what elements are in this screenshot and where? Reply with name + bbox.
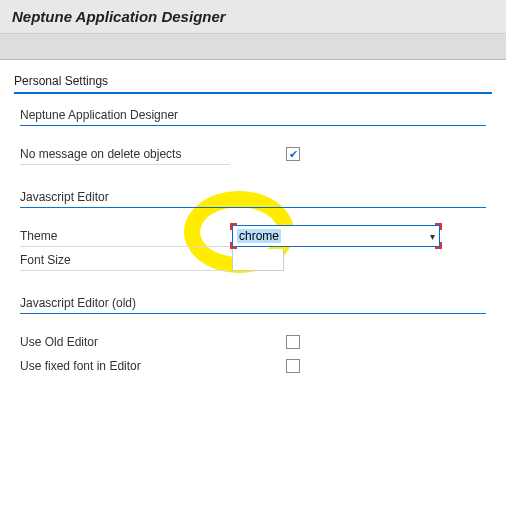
group-js-editor-old-label: Javascript Editor (old) (20, 296, 486, 314)
group-js-editor-old: Javascript Editor (old) Use Old Editor U… (20, 296, 486, 378)
font-size-control (230, 249, 486, 271)
use-fixed-control (230, 359, 486, 373)
group-designer-label: Neptune Application Designer (20, 108, 486, 126)
use-old-label: Use Old Editor (20, 332, 230, 352)
section-title: Personal Settings (14, 70, 492, 94)
row-no-message: No message on delete objects (20, 142, 486, 166)
font-size-input[interactable] (232, 249, 284, 271)
header-bar: Neptune Application Designer (0, 0, 506, 34)
use-fixed-label: Use fixed font in Editor (20, 356, 230, 376)
no-message-checkbox[interactable] (286, 147, 300, 161)
no-message-control (230, 147, 486, 161)
use-old-checkbox[interactable] (286, 335, 300, 349)
group-js-editor: Javascript Editor Theme chrome ▾ Font (20, 190, 486, 272)
row-font-size: Font Size (20, 248, 486, 272)
row-use-old: Use Old Editor (20, 330, 486, 354)
use-old-control (230, 335, 486, 349)
row-theme: Theme chrome ▾ (20, 224, 486, 248)
theme-select-wrap: chrome ▾ (232, 225, 440, 247)
group-designer: Neptune Application Designer No message … (20, 108, 486, 166)
group-js-editor-label: Javascript Editor (20, 190, 486, 208)
use-fixed-checkbox[interactable] (286, 359, 300, 373)
content-area: Personal Settings Neptune Application De… (0, 60, 506, 378)
app-title: Neptune Application Designer (12, 8, 494, 25)
font-size-label: Font Size (20, 250, 230, 271)
toolbar-strip (0, 34, 506, 60)
theme-control: chrome ▾ (230, 225, 486, 247)
no-message-label: No message on delete objects (20, 144, 230, 165)
theme-select[interactable]: chrome ▾ (232, 225, 440, 247)
theme-label: Theme (20, 226, 230, 247)
row-use-fixed: Use fixed font in Editor (20, 354, 486, 378)
chevron-down-icon: ▾ (430, 231, 435, 242)
theme-select-value: chrome (237, 229, 281, 243)
